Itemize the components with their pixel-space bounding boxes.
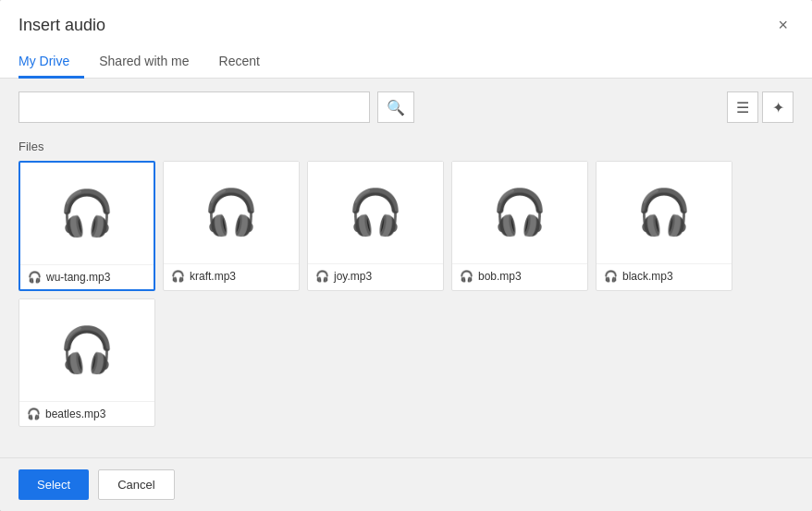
file-label: 🎧 bob.mp3 [452, 263, 587, 288]
file-label: 🎧 beatles.mp3 [19, 401, 154, 426]
search-button[interactable]: 🔍 [377, 91, 414, 123]
dialog-footer: Select Cancel [0, 457, 812, 511]
tab-shared-with-me[interactable]: Shared with me [84, 46, 203, 79]
search-input[interactable] [18, 91, 370, 123]
file-card[interactable]: 🎧 🎧 black.mp3 [596, 161, 732, 291]
file-name: kraft.mp3 [190, 270, 236, 283]
view-buttons: ☰ ✦ [727, 91, 794, 123]
file-label: 🎧 wu-tang.mp3 [20, 264, 154, 289]
headphones-icon: 🎧 [636, 187, 692, 238]
search-icon: 🔍 [387, 99, 405, 116]
file-card[interactable]: 🎧 🎧 wu-tang.mp3 [18, 161, 155, 291]
file-label: 🎧 joy.mp3 [308, 263, 443, 288]
audio-icon: 🎧 [460, 270, 474, 283]
file-thumbnail: 🎧 [164, 162, 299, 263]
file-thumbnail: 🎧 [20, 163, 154, 264]
file-thumbnail: 🎧 [597, 162, 732, 263]
file-name: black.mp3 [622, 270, 673, 283]
title-row: Insert audio × [18, 15, 794, 35]
audio-icon: 🎧 [315, 270, 329, 283]
file-name: joy.mp3 [334, 270, 372, 283]
close-button[interactable]: × [772, 15, 794, 35]
file-name: wu-tang.mp3 [46, 271, 110, 284]
select-button[interactable]: Select [18, 469, 89, 500]
headphones-icon: 🎧 [59, 188, 115, 239]
files-grid: 🎧 🎧 wu-tang.mp3 🎧 🎧 kraft.mp3 🎧 🎧 joy. [0, 161, 812, 438]
grid-icon: ✦ [772, 99, 784, 116]
files-section-label: Files [0, 136, 812, 161]
file-label: 🎧 kraft.mp3 [164, 263, 299, 288]
cancel-button[interactable]: Cancel [98, 469, 174, 500]
headphones-icon: 🎧 [203, 187, 259, 238]
search-row: 🔍 ☰ ✦ [0, 79, 812, 136]
dialog-header: Insert audio × My Drive Shared with me R… [0, 0, 812, 79]
headphones-icon: 🎧 [348, 187, 403, 238]
file-thumbnail: 🎧 [452, 162, 587, 263]
file-thumbnail: 🎧 [19, 299, 154, 401]
insert-audio-dialog: Insert audio × My Drive Shared with me R… [0, 0, 812, 511]
file-label: 🎧 black.mp3 [597, 263, 732, 288]
list-icon: ☰ [736, 99, 749, 116]
headphones-icon: 🎧 [492, 187, 547, 238]
headphones-icon: 🎧 [59, 324, 115, 376]
audio-icon: 🎧 [27, 408, 41, 420]
file-card[interactable]: 🎧 🎧 joy.mp3 [307, 161, 444, 291]
audio-icon: 🎧 [28, 271, 42, 284]
file-card[interactable]: 🎧 🎧 bob.mp3 [451, 161, 588, 291]
file-thumbnail: 🎧 [308, 162, 443, 263]
dialog-title: Insert audio [18, 16, 105, 35]
file-name: bob.mp3 [478, 270, 522, 283]
file-name: beatles.mp3 [45, 408, 105, 420]
list-view-button[interactable]: ☰ [727, 91, 758, 123]
audio-icon: 🎧 [171, 270, 185, 283]
tabs-container: My Drive Shared with me Recent [18, 46, 794, 78]
audio-icon: 🎧 [604, 270, 618, 283]
grid-view-button[interactable]: ✦ [762, 91, 794, 123]
file-card[interactable]: 🎧 🎧 kraft.mp3 [163, 161, 300, 291]
tab-recent[interactable]: Recent [204, 46, 275, 79]
file-card[interactable]: 🎧 🎧 beatles.mp3 [18, 298, 155, 427]
tab-my-drive[interactable]: My Drive [18, 46, 84, 79]
